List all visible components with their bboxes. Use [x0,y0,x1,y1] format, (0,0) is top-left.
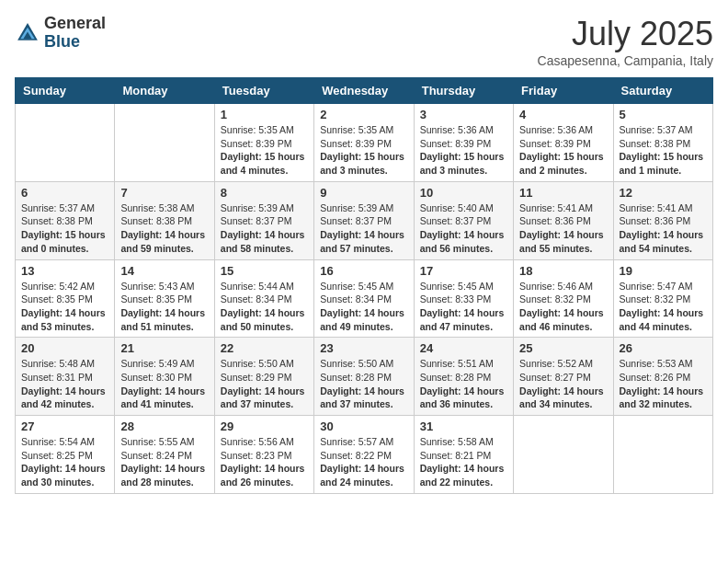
day-info: Sunrise: 5:43 AMSunset: 8:35 PMDaylight:… [120,280,208,334]
day-number: 4 [519,108,607,121]
day-info: Sunrise: 5:53 AMSunset: 8:26 PMDaylight:… [620,357,707,411]
day-info: Sunrise: 5:51 AMSunset: 8:28 PMDaylight:… [420,357,507,411]
day-info: Sunrise: 5:55 AMSunset: 8:24 PMDaylight:… [120,435,208,489]
day-number: 6 [21,186,108,200]
day-cell-1: 1Sunrise: 5:35 AMSunset: 8:39 PMDaylight… [214,104,313,182]
day-cell-19: 19Sunrise: 5:47 AMSunset: 8:32 PMDayligh… [613,259,712,338]
day-number: 25 [519,341,607,355]
weekday-header-thursday: Thursday [414,78,513,104]
weekday-header-monday: Monday [115,78,214,104]
title-block: July 2025 Casapesenna, Campania, Italy [538,15,713,68]
day-number: 21 [120,341,208,355]
day-info: Sunrise: 5:45 AMSunset: 8:34 PMDaylight:… [320,280,407,334]
day-info: Sunrise: 5:45 AMSunset: 8:33 PMDaylight:… [420,280,507,334]
day-cell-9: 9Sunrise: 5:39 AMSunset: 8:37 PMDaylight… [314,181,414,259]
day-number: 7 [120,186,208,200]
day-number: 2 [320,108,407,121]
day-number: 29 [221,419,308,433]
logo-general-text: General [44,14,106,32]
day-number: 24 [420,341,507,355]
day-info: Sunrise: 5:57 AMSunset: 8:22 PMDaylight:… [320,435,407,489]
day-cell-16: 16Sunrise: 5:45 AMSunset: 8:34 PMDayligh… [314,259,414,338]
day-cell-8: 8Sunrise: 5:39 AMSunset: 8:37 PMDaylight… [214,181,313,259]
day-info: Sunrise: 5:58 AMSunset: 8:21 PMDaylight:… [420,435,507,489]
day-number: 12 [620,186,707,200]
day-cell-21: 21Sunrise: 5:49 AMSunset: 8:30 PMDayligh… [115,338,214,416]
day-info: Sunrise: 5:35 AMSunset: 8:39 PMDaylight:… [221,123,308,178]
day-cell-22: 22Sunrise: 5:50 AMSunset: 8:29 PMDayligh… [214,338,313,416]
day-number: 28 [120,419,208,433]
day-cell-18: 18Sunrise: 5:46 AMSunset: 8:32 PMDayligh… [514,259,613,338]
weekday-header-row: SundayMondayTuesdayWednesdayThursdayFrid… [16,78,713,104]
day-cell-25: 25Sunrise: 5:52 AMSunset: 8:27 PMDayligh… [514,338,613,416]
day-number: 5 [620,108,707,121]
day-info: Sunrise: 5:35 AMSunset: 8:39 PMDaylight:… [320,123,407,178]
week-row-1: 1Sunrise: 5:35 AMSunset: 8:39 PMDaylight… [16,104,713,182]
weekday-header-wednesday: Wednesday [314,78,414,104]
calendar-table: SundayMondayTuesdayWednesdayThursdayFrid… [15,77,713,494]
day-cell-10: 10Sunrise: 5:40 AMSunset: 8:37 PMDayligh… [414,181,513,259]
day-number: 31 [420,419,507,433]
logo-blue-text: Blue [44,32,80,51]
day-info: Sunrise: 5:50 AMSunset: 8:28 PMDaylight:… [320,357,407,411]
day-number: 17 [420,264,507,278]
day-info: Sunrise: 5:36 AMSunset: 8:39 PMDaylight:… [420,123,507,178]
day-info: Sunrise: 5:52 AMSunset: 8:27 PMDaylight:… [519,357,607,411]
day-cell-5: 5Sunrise: 5:37 AMSunset: 8:38 PMDaylight… [613,104,712,182]
week-row-2: 6Sunrise: 5:37 AMSunset: 8:38 PMDaylight… [16,181,713,259]
day-info: Sunrise: 5:36 AMSunset: 8:39 PMDaylight:… [519,123,607,178]
day-cell-23: 23Sunrise: 5:50 AMSunset: 8:28 PMDayligh… [314,338,414,416]
day-info: Sunrise: 5:47 AMSunset: 8:32 PMDaylight:… [620,280,707,334]
day-number: 9 [320,186,407,200]
week-row-3: 13Sunrise: 5:42 AMSunset: 8:35 PMDayligh… [16,259,713,338]
empty-cell [16,104,115,182]
day-info: Sunrise: 5:41 AMSunset: 8:36 PMDaylight:… [620,201,707,256]
day-cell-4: 4Sunrise: 5:36 AMSunset: 8:39 PMDaylight… [514,104,613,182]
logo: General Blue [15,15,106,52]
day-info: Sunrise: 5:37 AMSunset: 8:38 PMDaylight:… [620,123,707,178]
day-cell-3: 3Sunrise: 5:36 AMSunset: 8:39 PMDaylight… [414,104,513,182]
day-number: 14 [120,264,208,278]
day-number: 18 [519,264,607,278]
day-number: 20 [21,341,108,355]
day-cell-2: 2Sunrise: 5:35 AMSunset: 8:39 PMDaylight… [314,104,414,182]
day-number: 16 [320,264,407,278]
weekday-header-saturday: Saturday [613,78,712,104]
day-info: Sunrise: 5:48 AMSunset: 8:31 PMDaylight:… [21,357,108,411]
day-number: 26 [620,341,707,355]
day-number: 22 [221,341,308,355]
day-cell-24: 24Sunrise: 5:51 AMSunset: 8:28 PMDayligh… [414,338,513,416]
day-number: 11 [519,186,607,200]
day-info: Sunrise: 5:56 AMSunset: 8:23 PMDaylight:… [221,435,308,489]
logo-icon [15,20,40,46]
day-info: Sunrise: 5:50 AMSunset: 8:29 PMDaylight:… [221,357,308,411]
empty-cell [115,104,214,182]
day-cell-17: 17Sunrise: 5:45 AMSunset: 8:33 PMDayligh… [414,259,513,338]
day-number: 10 [420,186,507,200]
day-info: Sunrise: 5:42 AMSunset: 8:35 PMDaylight:… [21,280,108,334]
day-info: Sunrise: 5:49 AMSunset: 8:30 PMDaylight:… [120,357,208,411]
day-cell-26: 26Sunrise: 5:53 AMSunset: 8:26 PMDayligh… [613,338,712,416]
weekday-header-sunday: Sunday [16,78,115,104]
day-cell-30: 30Sunrise: 5:57 AMSunset: 8:22 PMDayligh… [314,416,414,494]
day-cell-13: 13Sunrise: 5:42 AMSunset: 8:35 PMDayligh… [16,259,115,338]
page-header: General Blue July 2025 Casapesenna, Camp… [15,15,713,68]
day-cell-20: 20Sunrise: 5:48 AMSunset: 8:31 PMDayligh… [16,338,115,416]
day-number: 1 [221,108,308,121]
day-cell-6: 6Sunrise: 5:37 AMSunset: 8:38 PMDaylight… [16,181,115,259]
day-cell-31: 31Sunrise: 5:58 AMSunset: 8:21 PMDayligh… [414,416,513,494]
location: Casapesenna, Campania, Italy [538,53,713,68]
day-cell-29: 29Sunrise: 5:56 AMSunset: 8:23 PMDayligh… [214,416,313,494]
day-info: Sunrise: 5:39 AMSunset: 8:37 PMDaylight:… [221,201,308,256]
day-cell-11: 11Sunrise: 5:41 AMSunset: 8:36 PMDayligh… [514,181,613,259]
day-number: 23 [320,341,407,355]
day-info: Sunrise: 5:44 AMSunset: 8:34 PMDaylight:… [221,280,308,334]
week-row-5: 27Sunrise: 5:54 AMSunset: 8:25 PMDayligh… [16,416,713,494]
day-info: Sunrise: 5:40 AMSunset: 8:37 PMDaylight:… [420,201,507,256]
day-number: 15 [221,264,308,278]
day-number: 19 [620,264,707,278]
day-number: 27 [21,419,108,433]
day-info: Sunrise: 5:54 AMSunset: 8:25 PMDaylight:… [21,435,108,489]
day-cell-27: 27Sunrise: 5:54 AMSunset: 8:25 PMDayligh… [16,416,115,494]
day-cell-14: 14Sunrise: 5:43 AMSunset: 8:35 PMDayligh… [115,259,214,338]
